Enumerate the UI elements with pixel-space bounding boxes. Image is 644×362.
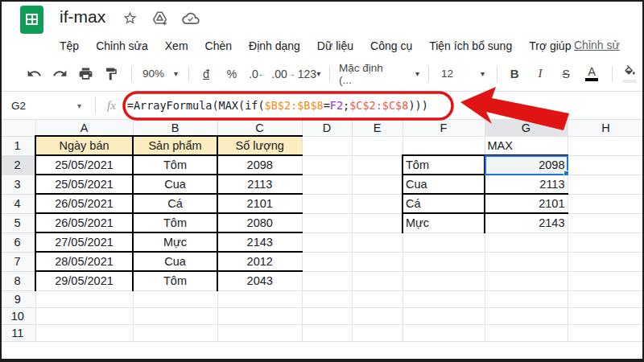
cell-F4[interactable]: Cá (402, 194, 485, 213)
cell-B2[interactable]: Tôm (133, 155, 217, 175)
menu-cong-cu[interactable]: Công cụ (370, 39, 412, 52)
col-header-A[interactable]: A (35, 120, 133, 136)
cell-C11[interactable] (217, 324, 302, 341)
cell-D2[interactable] (302, 155, 352, 175)
decrease-decimal-button[interactable]: .0← (246, 63, 269, 85)
cell-C4[interactable]: 2101 (217, 194, 302, 213)
menu-tep[interactable]: Tệp (60, 39, 79, 52)
cell-H1[interactable] (568, 136, 644, 155)
cell-C6[interactable]: 2143 (217, 232, 302, 252)
cell-F7[interactable] (402, 252, 485, 271)
cell-E4[interactable] (352, 194, 402, 213)
menu-chinh-sua[interactable]: Chỉnh sửa (96, 39, 148, 52)
cell-E11[interactable] (352, 324, 402, 341)
cell-C9[interactable] (217, 290, 302, 307)
cell-E5[interactable] (352, 213, 402, 232)
cell-B5[interactable]: Tôm (133, 213, 217, 232)
cell-G10[interactable] (485, 307, 568, 324)
col-header-B[interactable]: B (133, 120, 217, 136)
cell-E1[interactable] (352, 136, 402, 155)
cell-D8[interactable] (302, 271, 352, 290)
cell-H7[interactable] (568, 252, 644, 271)
cell-C5[interactable]: 2080 (217, 213, 302, 232)
cell-F10[interactable] (402, 307, 485, 324)
sheets-logo-icon[interactable] (20, 6, 43, 34)
add-drive-shortcut-icon[interactable] (151, 10, 168, 26)
cell-H3[interactable] (568, 175, 644, 194)
cell-A7[interactable]: 28/05/2021 (35, 252, 133, 271)
cell-H8[interactable] (568, 271, 644, 290)
cell-A5[interactable]: 26/05/2021 (35, 213, 133, 232)
menu-xem[interactable]: Xem (165, 39, 188, 52)
row-header-11[interactable]: 11 (0, 324, 35, 341)
name-box[interactable]: G2 (0, 100, 77, 112)
cell-E3[interactable] (352, 175, 402, 194)
cell-B3[interactable]: Cua (133, 175, 217, 194)
cell-B11[interactable] (133, 324, 217, 341)
cell-D7[interactable] (302, 252, 352, 271)
row-header-5[interactable]: 5 (0, 213, 35, 232)
cell-B4[interactable]: Cá (133, 194, 217, 213)
font-select[interactable]: Mặc định (...▾ (336, 62, 423, 86)
formula-input[interactable]: =ArrayFormula(MAX(if($B$2:$B$8=F2;$C$2:$… (127, 99, 428, 112)
cell-G9[interactable] (485, 290, 568, 307)
cell-H2[interactable] (568, 155, 644, 175)
cell-B10[interactable] (133, 307, 217, 324)
menu-chen[interactable]: Chèn (205, 39, 232, 52)
cell-F3[interactable]: Cua (402, 175, 485, 194)
cell-D1[interactable] (302, 136, 352, 155)
cell-F11[interactable] (402, 324, 485, 341)
format-currency-button[interactable]: đ (195, 63, 217, 85)
cell-E10[interactable] (352, 307, 402, 324)
cell-F9[interactable] (402, 290, 485, 307)
cell-C2[interactable]: 2098 (217, 155, 302, 175)
menu-tro-giup[interactable]: Trợ giúp (529, 39, 571, 52)
undo-button[interactable] (23, 63, 45, 85)
cell-B6[interactable]: Mực (133, 232, 217, 252)
col-header-H[interactable]: H (568, 120, 644, 136)
cell-G3[interactable]: 2113 (485, 175, 568, 194)
cell-B7[interactable]: Cua (133, 252, 217, 271)
fill-color-button[interactable] (618, 63, 641, 85)
zoom-select[interactable]: 90%▾ (138, 68, 183, 80)
cell-F8[interactable] (402, 271, 485, 290)
cell-E9[interactable] (352, 290, 402, 307)
cell-G4[interactable]: 2101 (485, 194, 568, 213)
format-percent-button[interactable]: % (221, 63, 243, 85)
col-header-D[interactable]: D (302, 120, 352, 136)
cell-E8[interactable] (352, 271, 402, 290)
col-header-F[interactable]: F (402, 120, 485, 136)
cell-C3[interactable]: 2113 (217, 175, 302, 194)
row-header-8[interactable]: 8 (0, 271, 35, 290)
cell-H6[interactable] (568, 232, 644, 252)
col-header-E[interactable]: E (352, 120, 402, 136)
cell-F6[interactable] (402, 232, 485, 252)
bold-button[interactable]: B (503, 63, 526, 85)
name-box-caret-icon[interactable]: ▾ (77, 101, 93, 110)
row-header-3[interactable]: 3 (0, 175, 35, 194)
cell-G2-selected[interactable]: 2098 (485, 155, 568, 175)
paint-format-button[interactable] (100, 63, 122, 85)
cell-B9[interactable] (133, 290, 217, 307)
redo-button[interactable] (48, 63, 71, 85)
cell-D10[interactable] (302, 307, 352, 324)
cell-D11[interactable] (302, 324, 352, 341)
cell-H5[interactable] (568, 213, 644, 232)
increase-decimal-button[interactable]: .00→ (272, 63, 295, 85)
cell-A10[interactable] (35, 307, 133, 324)
cell-D4[interactable] (302, 194, 352, 213)
cell-D5[interactable] (302, 213, 352, 232)
cell-A11[interactable] (35, 324, 133, 341)
cell-G6[interactable] (485, 232, 568, 252)
menu-dinh-dang[interactable]: Định dạng (249, 39, 300, 52)
strikethrough-button[interactable]: S (555, 63, 577, 85)
font-size-select[interactable]: 12▾ (435, 68, 491, 80)
cell-A9[interactable] (35, 290, 133, 307)
cell-B1[interactable]: Sản phẩm (133, 136, 217, 155)
cell-C10[interactable] (217, 307, 302, 324)
menu-tien-ich[interactable]: Tiện ích bổ sung (429, 39, 512, 52)
row-header-4[interactable]: 4 (0, 194, 35, 213)
select-all-corner[interactable] (0, 120, 35, 136)
more-formats-button[interactable]: 123▾ (298, 63, 320, 85)
cell-B8[interactable]: Tôm (133, 271, 217, 290)
